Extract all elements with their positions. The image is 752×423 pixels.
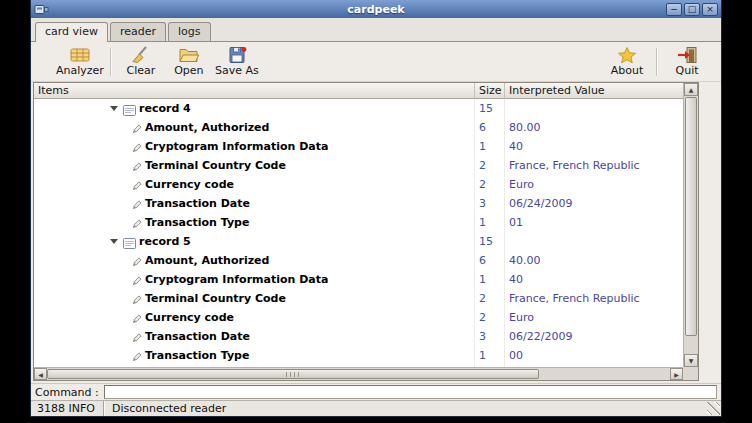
- expander-collapse-icon[interactable]: [110, 239, 118, 244]
- command-label: Command :: [35, 386, 99, 399]
- maximize-button[interactable]: □: [684, 3, 700, 16]
- horizontal-scrollbar[interactable]: ◀ ▶: [34, 367, 683, 380]
- tree-row[interactable]: Transaction Type 1 00: [34, 346, 683, 365]
- quit-door-icon: [676, 46, 698, 64]
- tree-row[interactable]: Cryptogram Information Data 1 40: [34, 270, 683, 289]
- row-label: Terminal Country Code: [145, 289, 286, 308]
- open-button[interactable]: Open: [165, 43, 213, 80]
- row-value: Euro: [509, 175, 534, 194]
- toolbar-separator: [656, 48, 658, 76]
- tree-row[interactable]: Amount, Authorized 6 80.00: [34, 118, 683, 137]
- row-size: 3: [479, 327, 486, 346]
- clear-broom-icon: [130, 46, 152, 64]
- row-size: 3: [479, 194, 486, 213]
- scrollbar-corner: [683, 367, 698, 380]
- row-label: Cryptogram Information Data: [145, 137, 328, 156]
- tree-frame: Items Size Interpreted Value: [33, 82, 699, 381]
- row-value: 06/22/2009: [509, 327, 572, 346]
- vertical-scrollbar[interactable]: ▲ ▼: [683, 83, 698, 367]
- resize-grip-icon[interactable]: [707, 402, 720, 415]
- tree-row[interactable]: Transaction Date 3 06/24/2009: [34, 194, 683, 213]
- minimize-button[interactable]: −: [666, 3, 682, 16]
- tree-row[interactable]: Currency code 2 Euro: [34, 175, 683, 194]
- scrollbar-grip-icon: [286, 372, 300, 377]
- titlebar: cardpeek − □ ×: [31, 0, 721, 18]
- about-button[interactable]: About: [603, 43, 651, 80]
- analyzer-button[interactable]: Analyzer: [55, 43, 105, 80]
- tree-row[interactable]: Transaction Date 3 06/22/2009: [34, 327, 683, 346]
- row-size: 15: [479, 232, 493, 251]
- scroll-right-arrow-icon[interactable]: ▶: [670, 368, 683, 380]
- tree-row[interactable]: record 4 15: [34, 99, 683, 118]
- status-code: 3188 INFO: [31, 402, 103, 415]
- analyzer-label: Analyzer: [56, 64, 104, 77]
- column-header-interpreted-value[interactable]: Interpreted Value: [505, 83, 683, 99]
- tree-row[interactable]: record 5 15: [34, 232, 683, 251]
- row-label: Transaction Date: [145, 194, 250, 213]
- row-size: 6: [479, 118, 486, 137]
- row-size: 1: [479, 213, 486, 232]
- row-value: France, French Republic: [509, 156, 640, 175]
- column-header-size[interactable]: Size: [475, 83, 505, 99]
- row-value: 40: [509, 137, 523, 156]
- command-input[interactable]: [104, 385, 717, 399]
- row-label: Currency code: [145, 308, 234, 327]
- save-as-label: Save As: [215, 64, 259, 77]
- tree-viewport: record 4 15 Amount, Authorized 6 80.00: [34, 99, 683, 367]
- close-button[interactable]: ×: [702, 3, 718, 16]
- tab-reader[interactable]: reader: [110, 22, 166, 41]
- window-title: cardpeek: [31, 3, 721, 16]
- clear-label: Clear: [126, 64, 155, 77]
- row-label: Terminal Country Code: [145, 156, 286, 175]
- row-size: 6: [479, 251, 486, 270]
- save-as-floppy-icon: [226, 46, 248, 64]
- row-label: record 4: [139, 99, 191, 118]
- window-controls: − □ ×: [666, 3, 718, 16]
- row-value: France, French Republic: [509, 289, 640, 308]
- tree-row[interactable]: Amount, Authorized 6 40.00: [34, 251, 683, 270]
- tree-row[interactable]: Cryptogram Information Data 1 40: [34, 137, 683, 156]
- open-folder-icon: [178, 46, 200, 64]
- tree-rows: record 4 15 Amount, Authorized 6 80.00: [34, 99, 683, 367]
- row-label: record 5: [139, 232, 191, 251]
- expander-collapse-icon[interactable]: [110, 106, 118, 111]
- app-window: cardpeek − □ × card view reader logs: [30, 0, 722, 417]
- row-label: Amount, Authorized: [145, 251, 269, 270]
- tree-row[interactable]: Terminal Country Code 2 France, French R…: [34, 156, 683, 175]
- tab-logs[interactable]: logs: [168, 22, 211, 41]
- status-bar: 3188 INFO Disconnected reader: [31, 400, 721, 416]
- toolbar: Analyzer Clear Open: [31, 42, 721, 82]
- about-star-icon: [616, 46, 638, 64]
- vertical-scrollbar-thumb[interactable]: [685, 97, 697, 336]
- quit-button[interactable]: Quit: [663, 43, 711, 80]
- row-label: Cryptogram Information Data: [145, 270, 328, 289]
- row-label: Transaction Type: [145, 346, 249, 365]
- column-header-items[interactable]: Items: [34, 83, 475, 99]
- scroll-down-arrow-icon[interactable]: ▼: [684, 354, 698, 367]
- row-size: 1: [479, 346, 486, 365]
- scroll-up-arrow-icon[interactable]: ▲: [684, 83, 698, 96]
- tree-row[interactable]: Currency code 2 Euro: [34, 308, 683, 327]
- row-value: 01: [509, 213, 523, 232]
- tab-card-view[interactable]: card view: [35, 22, 108, 42]
- tree-row[interactable]: Terminal Country Code 2 France, French R…: [34, 289, 683, 308]
- save-as-button[interactable]: Save As: [213, 43, 261, 80]
- tab-bar: card view reader logs: [31, 18, 721, 42]
- row-size: 2: [479, 175, 486, 194]
- cardpeek-app-icon[interactable]: [34, 3, 49, 16]
- row-label: Amount, Authorized: [145, 118, 269, 137]
- about-label: About: [611, 64, 644, 77]
- row-value: 00: [509, 346, 523, 365]
- clear-button[interactable]: Clear: [117, 43, 165, 80]
- scroll-left-arrow-icon[interactable]: ◀: [34, 368, 47, 380]
- status-separator: [103, 401, 105, 416]
- row-label: Currency code: [145, 175, 234, 194]
- row-size: 1: [479, 270, 486, 289]
- tree-row[interactable]: Transaction Type 1 01: [34, 213, 683, 232]
- horizontal-scrollbar-thumb[interactable]: [47, 369, 539, 379]
- toolbar-separator: [110, 48, 112, 76]
- row-label: Transaction Date: [145, 327, 250, 346]
- quit-label: Quit: [676, 64, 699, 77]
- row-size: 15: [479, 99, 493, 118]
- screen-bezel: cardpeek − □ × card view reader logs: [0, 0, 752, 423]
